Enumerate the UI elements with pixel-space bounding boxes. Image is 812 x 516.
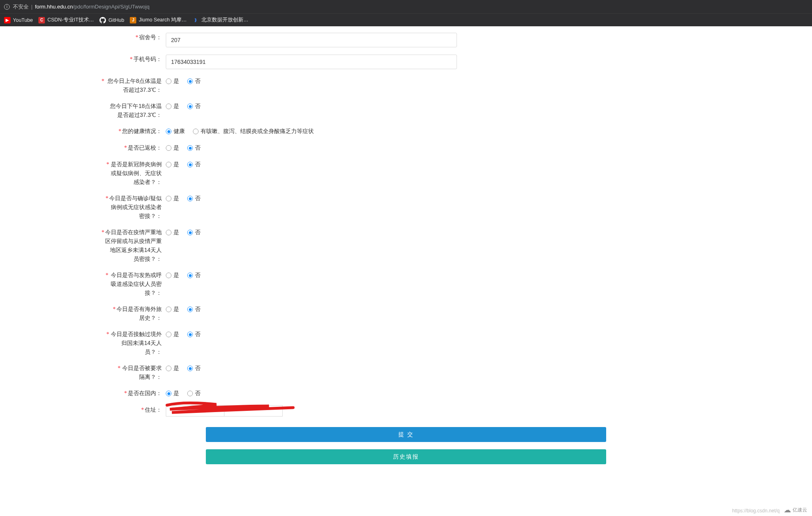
csdn-icon: C xyxy=(38,17,45,23)
bookmark-label: YouTube xyxy=(13,17,33,23)
radio-no[interactable]: 否 xyxy=(187,103,201,110)
radio-yes[interactable]: 是 xyxy=(166,306,179,313)
radio-no[interactable]: 否 xyxy=(187,365,201,372)
row-phone: *手机号码： xyxy=(0,52,812,72)
label-quarantine: 今日是否被要求隔离？： xyxy=(121,364,162,381)
row-covid-case: *是否是新冠肺炎病例或疑似病例、无症状感染者？： 是 否 xyxy=(0,157,812,189)
watermark-text: https://blog.csdn.net/q xyxy=(732,508,780,514)
bookmark-label: Jiumo Search 鸠摩… xyxy=(139,17,186,23)
row-quarantine: *今日是否被要求隔离？： 是 否 xyxy=(0,361,812,384)
radio-label: 否 xyxy=(195,78,201,85)
dorm-input[interactable] xyxy=(166,33,457,47)
label-overseas-return: 今日是否接触过境外归国未满14天人员？： xyxy=(110,330,162,356)
row-temp-am: *您今日上午8点体温是否超过37.3℃： 是 否 xyxy=(0,74,812,97)
radio-yes[interactable]: 是 xyxy=(166,144,179,152)
radio-yes[interactable]: 是 xyxy=(166,365,179,372)
radio-no[interactable]: 否 xyxy=(187,161,201,168)
radio-no[interactable]: 否 xyxy=(187,390,201,397)
radio-no[interactable]: 否 xyxy=(187,306,201,313)
url-path: /pdc/formDesignApi/S/gUTwwojq xyxy=(73,4,149,10)
bookmark-label: GitHub xyxy=(108,17,124,23)
row-contact-confirmed: *今日是否与确诊/疑似病例或无症状感染者密接？： 是 否 xyxy=(0,191,812,223)
radio-yes[interactable]: 是 xyxy=(166,161,179,168)
radio-label: 是 xyxy=(173,390,179,397)
label-fever-contact: 今日是否与发热或呼吸道感染症状人员密接？： xyxy=(109,271,162,297)
radio-no[interactable]: 否 xyxy=(187,78,201,85)
brand-label: 亿速云 xyxy=(793,507,807,514)
radio-no[interactable]: 否 xyxy=(187,144,201,152)
row-return: *是否已返校： 是 否 xyxy=(0,141,812,155)
youtube-icon: ▶ xyxy=(4,17,11,23)
security-label: 不安全 xyxy=(13,3,29,11)
radio-no[interactable]: 否 xyxy=(187,331,201,338)
label-health: 您的健康情况： xyxy=(122,128,162,134)
bookmark-beijing[interactable]: ⟫北京数据开放创新… xyxy=(192,17,249,23)
radio-no[interactable]: 否 xyxy=(187,229,201,236)
label-temp-pm: 您今日下午18点体温是否超过37.3℃： xyxy=(105,102,162,119)
address-bar: i 不安全 | form.hhu.edu.cn/pdc/formDesignAp… xyxy=(0,0,812,13)
redaction-scribble-icon xyxy=(164,400,301,417)
label-temp-am: 您今日上午8点体温是否超过37.3℃： xyxy=(105,76,162,94)
radio-label: 是 xyxy=(173,144,179,152)
row-address: *住址： xyxy=(0,403,812,419)
row-temp-pm: 您今日下午18点体温是否超过37.3℃： 是 否 xyxy=(0,99,812,122)
radio-yes[interactable]: 是 xyxy=(166,272,179,279)
radio-no[interactable]: 否 xyxy=(187,195,201,202)
radio-label: 是 xyxy=(173,331,179,338)
phone-input[interactable] xyxy=(166,55,457,69)
radio-label: 是 xyxy=(173,306,179,313)
radio-label: 否 xyxy=(195,195,201,202)
row-overseas: *今日是否有海外旅居史？： 是 否 xyxy=(0,302,812,325)
label-phone: 手机号码： xyxy=(133,56,162,62)
radio-label: 是 xyxy=(173,103,179,110)
radio-label: 是 xyxy=(173,78,179,85)
label-covid-case: 是否是新冠肺炎病例或疑似病例、无症状感染者？： xyxy=(110,160,162,186)
row-overseas-return: *今日是否接触过境外归国未满14天人员？： 是 否 xyxy=(0,327,812,359)
radio-yes[interactable]: 是 xyxy=(166,103,179,110)
label-address: 住址： xyxy=(145,406,162,413)
bookmark-jiumo[interactable]: JJiumo Search 鸠摩… xyxy=(130,17,186,23)
radio-label: 否 xyxy=(195,144,201,152)
radio-yes[interactable]: 是 xyxy=(166,331,179,338)
radio-label: 否 xyxy=(195,272,201,279)
radio-label: 有咳嗽、腹泻、结膜炎或全身酸痛乏力等症状 xyxy=(201,128,314,135)
bookmark-bar: ▶YouTube CCSDN-专业IT技术… GitHub JJiumo Sea… xyxy=(0,13,812,26)
radio-label: 否 xyxy=(195,306,201,313)
radio-symptoms[interactable]: 有咳嗽、腹泻、结膜炎或全身酸痛乏力等症状 xyxy=(193,128,314,135)
radio-label: 是 xyxy=(173,272,179,279)
url-host: form.hhu.edu.cn xyxy=(35,4,73,10)
radio-label: 是 xyxy=(173,229,179,236)
brand-badge: ☁亿速云 xyxy=(784,505,807,514)
brand-icon: ☁ xyxy=(784,505,791,514)
radio-label: 是 xyxy=(173,161,179,168)
beijing-icon: ⟫ xyxy=(192,17,199,23)
radio-label: 是 xyxy=(173,365,179,372)
github-icon xyxy=(99,17,106,23)
bookmark-csdn[interactable]: CCSDN-专业IT技术… xyxy=(38,17,94,23)
radio-yes[interactable]: 是 xyxy=(166,195,179,202)
bookmark-github[interactable]: GitHub xyxy=(99,17,124,23)
radio-yes[interactable]: 是 xyxy=(166,229,179,236)
info-icon[interactable]: i xyxy=(4,4,10,10)
radio-label: 健康 xyxy=(173,128,185,135)
radio-label: 否 xyxy=(195,365,201,372)
radio-yes[interactable]: 是 xyxy=(166,390,179,397)
label-overseas: 今日是否有海外旅居史？： xyxy=(116,305,162,322)
radio-label: 否 xyxy=(195,161,201,168)
row-fever-contact: *今日是否与发热或呼吸道感染症状人员密接？： 是 否 xyxy=(0,268,812,300)
submit-button[interactable]: 提 交 xyxy=(206,427,606,442)
radio-label: 否 xyxy=(195,331,201,338)
radio-yes[interactable]: 是 xyxy=(166,78,179,85)
bookmark-label: CSDN-专业IT技术… xyxy=(47,17,94,23)
radio-healthy[interactable]: 健康 xyxy=(166,128,185,135)
label-return: 是否已返校： xyxy=(128,144,162,151)
row-health: *您的健康情况： 健康 有咳嗽、腹泻、结膜炎或全身酸痛乏力等症状 xyxy=(0,124,812,138)
radio-label: 否 xyxy=(195,229,201,236)
radio-no[interactable]: 否 xyxy=(187,272,201,279)
radio-label: 否 xyxy=(195,390,201,397)
row-in-china: *是否在国内： 是 否 xyxy=(0,386,812,400)
label-epidemic-area: 今日是否在疫情严重地区停留或与从疫情严重地区返乡未满14天人员密接？： xyxy=(105,228,162,263)
bookmark-youtube[interactable]: ▶YouTube xyxy=(4,17,33,23)
button-area: 提 交 历史填报 xyxy=(206,427,606,464)
history-button[interactable]: 历史填报 xyxy=(206,449,606,464)
